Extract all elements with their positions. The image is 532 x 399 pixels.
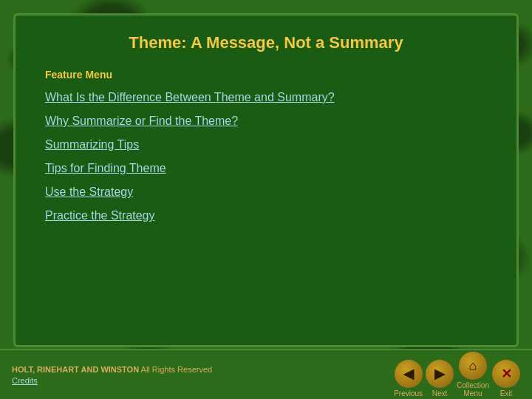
previous-label: Previous <box>394 389 423 398</box>
credits-link[interactable]: Credits <box>12 376 212 385</box>
bottom-bar: HOLT, RINEHART AND WINSTON All Rights Re… <box>0 349 532 399</box>
menu-item-6[interactable]: Practice the Strategy <box>45 209 487 222</box>
feature-menu-label: Feature Menu <box>45 69 487 81</box>
exit-label: Exit <box>500 389 513 398</box>
menu-item-2[interactable]: Why Summarize or Find the Theme? <box>45 115 487 128</box>
exit-button[interactable]: ✕ <box>492 360 520 388</box>
menu-item-1[interactable]: What Is the Difference Between Theme and… <box>45 91 487 104</box>
publisher-section: HOLT, RINEHART AND WINSTON All Rights Re… <box>12 365 212 385</box>
rights-text: All Rights Reserved <box>141 365 213 374</box>
collection-label: CollectionMenu <box>457 381 489 398</box>
next-label: Next <box>432 389 448 398</box>
menu-item-3[interactable]: Summarizing Tips <box>45 138 487 151</box>
main-content-card: Theme: A Message, Not a Summary Feature … <box>13 13 519 347</box>
next-button[interactable]: ▶ <box>426 360 454 388</box>
menu-item-5[interactable]: Use the Strategy <box>45 185 487 199</box>
home-btn-group: ⌂ CollectionMenu <box>457 352 489 398</box>
collection-menu-button[interactable]: ⌂ <box>459 352 487 380</box>
prev-btn-group: ◀ Previous <box>394 360 423 398</box>
exit-btn-group: ✕ Exit <box>492 360 520 398</box>
publisher-name: HOLT, RINEHART AND WINSTON <box>12 365 139 374</box>
menu-item-4[interactable]: Tips for Finding Theme <box>45 162 487 175</box>
nav-section: ◀ Previous ▶ Next ⌂ CollectionMenu ✕ Exi… <box>394 352 520 398</box>
previous-button[interactable]: ◀ <box>395 360 423 388</box>
slide-title: Theme: A Message, Not a Summary <box>45 33 487 52</box>
publisher-text: HOLT, RINEHART AND WINSTON All Rights Re… <box>12 365 212 374</box>
next-btn-group: ▶ Next <box>426 360 454 398</box>
